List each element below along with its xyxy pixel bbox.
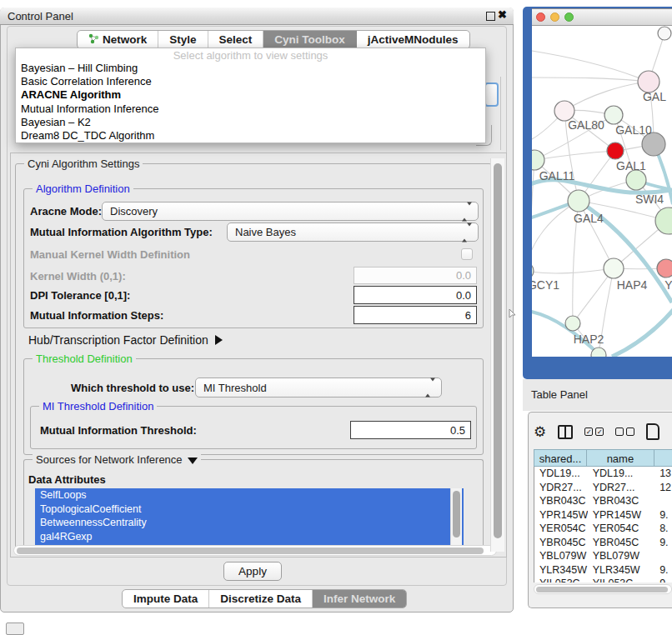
split-columns-icon[interactable] [558, 425, 573, 439]
network-edge [532, 51, 649, 82]
attribute-item[interactable]: gal4RGexp [35, 530, 464, 544]
tab-style[interactable]: Style [158, 31, 208, 48]
hub-definition-toggle[interactable]: Hub/Transcription Factor Definition [28, 333, 223, 347]
data-attributes-label: Data Attributes [28, 473, 106, 486]
table-row[interactable]: YPR145WYPR145W9. [534, 508, 672, 522]
table-row[interactable]: YDL19...YDL19...13 [534, 467, 672, 481]
document-icon[interactable] [646, 423, 659, 440]
collapsed-panel-icon[interactable] [6, 622, 24, 635]
stepper-arrows-icon [462, 205, 472, 218]
table-toolbar: ⚙ ✓✓ [534, 419, 659, 444]
network-node-hap2[interactable] [565, 316, 580, 331]
network-node[interactable] [658, 27, 671, 40]
data-attributes-list[interactable]: SelfLoopsTopologicalCoefficientBetweenne… [35, 488, 464, 545]
table-row[interactable]: YER054CYER054C8. [534, 522, 672, 536]
network-window[interactable]: GALGAL80GAL10GAL1GAL11SWI4GAL4GCY1HAP4YH… [523, 7, 672, 379]
algorithm-option[interactable]: Dream8 DC_TDC Algorithm [16, 129, 485, 142]
mi-steps-field[interactable]: 6 [354, 306, 477, 324]
network-node-y[interactable] [657, 259, 672, 278]
node-table: shared...nameA YDL19...YDL19...13YDR27..… [534, 449, 672, 582]
tab-impute-data[interactable]: Impute Data [123, 590, 209, 608]
table-panel-strip: Table Panel [523, 379, 672, 411]
network-node-gal4[interactable] [568, 190, 589, 212]
table-row[interactable]: YLR345WYLR345W9. [534, 563, 672, 578]
kernel-width-field[interactable]: 0.0 [354, 267, 477, 284]
algorithm-option[interactable]: Bayesian – Hill Climbing [16, 62, 485, 75]
tab-network[interactable]: Network [78, 31, 158, 48]
node-label: GAL4 [574, 212, 604, 225]
algorithm-select-popup: Select algorithm to view settings Bayesi… [15, 48, 486, 143]
dpi-tolerance-field[interactable]: 0.0 [354, 286, 477, 304]
settings-vscrollbar[interactable] [490, 158, 504, 552]
table-row[interactable]: YDR27...YDR27...12 [534, 481, 672, 495]
network-edge [564, 82, 649, 111]
table-row[interactable]: YBL079WYBL079W [534, 549, 672, 563]
network-edge [534, 151, 615, 160]
tab-discretize-data[interactable]: Discretize Data [209, 590, 313, 608]
network-node-gal1[interactable] [626, 170, 646, 190]
dpi-tolerance-label: DPI Tolerance [0,1]: [30, 289, 130, 302]
table-panel-title: Table Panel [531, 388, 588, 401]
algorithm-option[interactable]: Mutual Information Inference [16, 102, 485, 116]
column-header[interactable]: A [654, 449, 672, 467]
table-row[interactable]: YBR043CYBR043C [534, 494, 672, 508]
cyni-algorithm-settings-title: Cyni Algorithm Settings [24, 158, 143, 170]
aracne-mode-combo[interactable]: Discovery [102, 202, 479, 221]
stepper-arrows-icon [462, 226, 472, 238]
mouse-cursor [509, 308, 516, 318]
attribute-item[interactable]: TopologicalCoefficient [35, 502, 464, 517]
column-header[interactable]: name [587, 449, 654, 467]
network-node-gal10[interactable] [604, 106, 623, 124]
sources-title: Sources for Network Inference [33, 453, 201, 466]
tab-jactivemnodules[interactable]: jActiveMNodules [357, 31, 469, 48]
mi-algorithm-type-combo[interactable]: Naive Bayes [227, 222, 479, 242]
network-node-gcy1[interactable] [532, 262, 534, 279]
network-canvas[interactable]: GALGAL80GAL10GAL1GAL11SWI4GAL4GCY1HAP4YH… [532, 26, 672, 357]
control-panel-tabbar: NetworkStyleSelectCyni ToolboxjActiveMNo… [77, 30, 470, 49]
control-panel-titlebar[interactable]: Control Panel ✖ [0, 8, 514, 25]
checked-boxes-icon[interactable]: ✓✓ [584, 428, 604, 436]
apply-button[interactable]: Apply [223, 562, 282, 581]
minimize-traffic-light-icon[interactable] [550, 12, 559, 22]
column-header[interactable]: shared... [534, 449, 587, 467]
algorithm-option[interactable]: ARACNE Algorithm [16, 88, 485, 102]
attribute-item[interactable]: SelfLoops [35, 488, 464, 502]
hub-definition-label: Hub/Transcription Factor Definition [28, 333, 208, 347]
algorithm-option[interactable]: Basic Correlation Inference [16, 75, 485, 88]
unchecked-boxes-icon[interactable] [615, 428, 634, 436]
control-panel-title: Control Panel [8, 10, 73, 22]
network-titlebar[interactable] [532, 8, 672, 26]
attributes-scrollbar[interactable] [450, 488, 462, 545]
algorithm-definition-title: Algorithm Definition [33, 182, 133, 195]
tab-infer-network[interactable]: Infer Network [313, 590, 406, 608]
float-window-icon[interactable] [486, 12, 495, 21]
manual-kernel-width-checkbox[interactable] [461, 248, 473, 260]
node-label: GAL11 [539, 169, 575, 182]
mi-threshold-field[interactable]: 0.5 [350, 421, 471, 439]
node-label: GAL10 [615, 123, 652, 137]
table-hscrollbar[interactable] [534, 584, 672, 594]
node-label: GAL80 [568, 118, 604, 132]
table-row[interactable]: YBR045CYBR045C9. [534, 536, 672, 550]
node-label: SWI4 [635, 192, 664, 206]
close-icon[interactable]: ✖ [498, 8, 507, 21]
close-traffic-light-icon[interactable] [536, 12, 545, 22]
which-threshold-combo[interactable]: MI Threshold [195, 378, 442, 398]
algorithm-option[interactable]: Bayesian – K2 [16, 116, 485, 129]
which-threshold-value: MI Threshold [203, 382, 267, 394]
inference-combo-fragment[interactable] [484, 82, 499, 107]
gear-icon[interactable]: ⚙ [534, 423, 546, 441]
aracne-mode-label: Aracne Mode: [30, 205, 102, 218]
network-node-hap4[interactable] [604, 258, 624, 278]
settings-hscrollbar[interactable] [13, 545, 497, 556]
bottom-tabbar: Impute DataDiscretize DataInfer Network [122, 589, 407, 608]
attribute-item[interactable]: BetweennessCentrality [35, 516, 464, 530]
node-label: HAP2 [574, 332, 604, 346]
zoom-traffic-light-icon[interactable] [564, 12, 574, 22]
tab-cyni-toolbox[interactable]: Cyni Toolbox [263, 31, 357, 48]
node-label: Y [664, 278, 672, 292]
table-row[interactable]: YIL053CYIL053C9. [534, 577, 672, 582]
tab-select[interactable]: Select [208, 31, 264, 48]
network-icon [88, 33, 99, 47]
network-node[interactable] [607, 142, 624, 159]
